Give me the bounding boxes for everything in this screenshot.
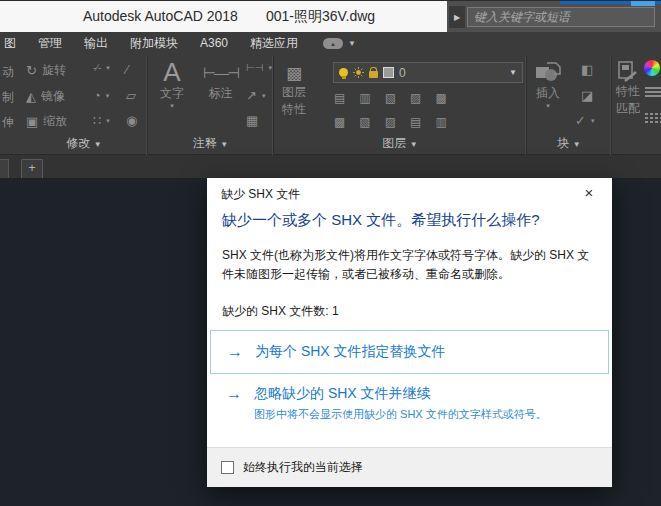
dim-style-icon: ⊢⊣ (246, 62, 263, 73)
panel-caret-icon: ▼ (220, 140, 228, 149)
tab-addins[interactable]: 附加模块 (119, 32, 189, 55)
search-input[interactable] (467, 7, 655, 27)
layer-tools-row2[interactable]: ▩ ▧ ▨ ▤ ▥ (334, 115, 447, 129)
dialog-title: 缺少 SHX 文件 (221, 186, 300, 203)
color-wheel-icon[interactable] (644, 60, 660, 76)
ignore-option-description: 图形中将不会显示使用缺少的 SHX 文件的文字样式或符号。 (254, 407, 547, 422)
dimension-tool[interactable]: ⊢—⊣ 标注 (203, 61, 238, 102)
block-edit-icon: ◧ (581, 62, 593, 77)
panel-caret-icon: ▼ (410, 140, 418, 149)
explode-tool[interactable]: ▱ (126, 88, 136, 103)
file-tab-partial[interactable] (0, 159, 9, 178)
layer-prev-icon: ▥ (435, 115, 446, 129)
title-bar: Autodesk AutoCAD 2018 001-照明36V.dwg ▶ (0, 0, 661, 32)
panel-properties: 特性 匹配 (612, 55, 661, 155)
move-tool-partial[interactable]: 动 (2, 64, 14, 81)
ribbon: 动 制 伸 ↻ 旋转 ◭ 镜像 ▣ 缩放 -∕- ▾ ◔ (0, 55, 661, 155)
tab-a360[interactable]: A360 (189, 32, 239, 55)
panel-caret-icon: ▼ (573, 140, 581, 149)
layer-freeze-icon: ▥ (359, 91, 370, 105)
leader-tool[interactable]: ↗ ▾ (246, 88, 265, 103)
layer-thaw-all-icon: ▧ (359, 115, 370, 129)
app-title: Autodesk AutoCAD 2018 (83, 8, 238, 26)
offset-tool[interactable]: ◉ (126, 113, 137, 128)
array-caret-icon: ▾ (106, 117, 110, 125)
layer-on-all-icon: ▨ (385, 115, 396, 129)
insert-block-button[interactable]: 插入 ▾ (535, 61, 561, 110)
match-properties-button[interactable]: 特性 匹配 (616, 61, 640, 117)
current-layer-name: 0 (399, 66, 504, 80)
match-properties-icon (617, 61, 639, 83)
panel-label-block[interactable]: 块 ▼ (527, 135, 611, 152)
tab-view[interactable]: 图 (0, 32, 27, 55)
ribbon-tab-bar: 图 管理 输出 附加模块 A360 精选应用 ▲ ▼ (0, 32, 661, 55)
block-attrib-tool[interactable]: ✓ ▾ (575, 113, 594, 128)
array-tool[interactable]: ∷ ▾ (93, 113, 110, 128)
panel-caret-icon: ▼ (94, 140, 102, 149)
ribbon-options-icon[interactable]: ▲ (323, 38, 343, 49)
dialog-title-bar[interactable]: 缺少 SHX 文件 × (207, 178, 612, 208)
scale-icon: ▣ (26, 114, 38, 129)
panel-modify: ↻ 旋转 ◭ 镜像 ▣ 缩放 -∕- ▾ ◔ ▾ ∷ ▾ (21, 55, 148, 155)
layer-lock-icon: ▨ (410, 91, 421, 105)
trim-icon: -∕- (93, 62, 101, 73)
linetype-icon[interactable] (645, 111, 661, 125)
dimension-icon: ⊢—⊣ (203, 61, 238, 85)
close-icon: × (585, 184, 594, 201)
file-tab-bar: + (0, 155, 661, 178)
fillet-tool[interactable]: ◔ ▾ (93, 88, 109, 103)
mirror-tool[interactable]: ◭ 镜像 (26, 88, 65, 105)
tab-featured-apps[interactable]: 精选应用 (239, 32, 309, 55)
panel-label-layers[interactable]: 图层 ▼ (274, 135, 526, 152)
arrow-right-icon: → (226, 385, 242, 403)
always-perform-checkbox[interactable] (221, 461, 234, 474)
copy-tool-partial[interactable]: 制 (2, 89, 14, 106)
dim-style-tool[interactable]: ⊢⊣ ▾ (246, 62, 272, 73)
plus-icon: + (28, 161, 35, 175)
fillet-caret-icon: ▾ (106, 92, 110, 100)
array-icon: ∷ (93, 113, 101, 128)
block-attrib-icon: ✓ (575, 113, 586, 128)
block-create-icon: ◪ (581, 88, 593, 103)
new-drawing-tab-button[interactable]: + (21, 159, 43, 178)
ignore-and-continue-label: 忽略缺少的 SHX 文件并继续 (254, 385, 431, 403)
table-tool[interactable]: ▦ (246, 113, 258, 128)
layer-unisolate-icon: ▩ (334, 115, 345, 129)
panel-label-modify[interactable]: 修改 ▼ (21, 135, 147, 152)
dialog-close-button[interactable]: × (576, 180, 602, 206)
text-tool[interactable]: A 文字 ▾ (160, 59, 184, 110)
rotate-tool[interactable]: ↻ 旋转 (26, 62, 66, 79)
combo-caret-icon: ▼ (509, 68, 517, 77)
ribbon-collapse-caret-icon[interactable]: ▼ (348, 39, 356, 48)
tab-manage[interactable]: 管理 (27, 32, 73, 55)
stretch-tool-partial[interactable]: 伸 (2, 114, 14, 131)
layer-stack-icon: ▩ (286, 63, 302, 84)
panel-layers: ▩ 图层 特性 0 ▼ (274, 55, 527, 155)
tab-output[interactable]: 输出 (73, 32, 119, 55)
erase-tool[interactable]: ∕ (126, 62, 128, 77)
scale-tool[interactable]: ▣ 缩放 (26, 113, 67, 130)
block-edit-tool[interactable]: ◧ (581, 62, 593, 77)
layer-match-icon: ▩ (435, 91, 446, 105)
autocad-window: Autodesk AutoCAD 2018 001-照明36V.dwg ▶ 图 … (0, 0, 661, 506)
fillet-icon: ◔ (93, 88, 101, 103)
trim-caret-icon: ▾ (106, 64, 110, 72)
layer-tools-row1[interactable]: ▤ ▥ ▧ ▨ ▩ (334, 91, 447, 105)
layer-combo[interactable]: 0 ▼ (333, 62, 523, 83)
specify-replacement-option[interactable]: → 为每个 SHX 文件指定替换文件 (210, 330, 609, 374)
specify-replacement-label: 为每个 SHX 文件指定替换文件 (255, 343, 446, 361)
ribbon-cut-column: 动 制 伸 (0, 55, 21, 155)
top-blue-strip-highlight (631, 1, 655, 6)
layer-properties-button[interactable]: ▩ 图层 特性 (282, 63, 306, 118)
search-expand-button[interactable]: ▶ (449, 6, 465, 28)
lineweight-icon[interactable] (645, 85, 661, 99)
ignore-and-continue-option[interactable]: → 忽略缺少的 SHX 文件并继续 (226, 385, 431, 403)
trim-tool[interactable]: -∕- ▾ (93, 62, 110, 73)
panel-label-annotate[interactable]: 注释 ▼ (148, 135, 273, 152)
missing-shx-dialog: 缺少 SHX 文件 × 缺少一个或多个 SHX 文件。希望执行什么操作? SHX… (207, 178, 612, 487)
window-title: Autodesk AutoCAD 2018 001-照明36V.dwg (83, 8, 375, 26)
block-create-tool[interactable]: ◪ (581, 88, 593, 103)
text-icon: A (163, 59, 180, 85)
missing-file-count: 缺少的 SHX 文件数: 1 (222, 303, 339, 320)
mirror-icon: ◭ (26, 89, 36, 104)
